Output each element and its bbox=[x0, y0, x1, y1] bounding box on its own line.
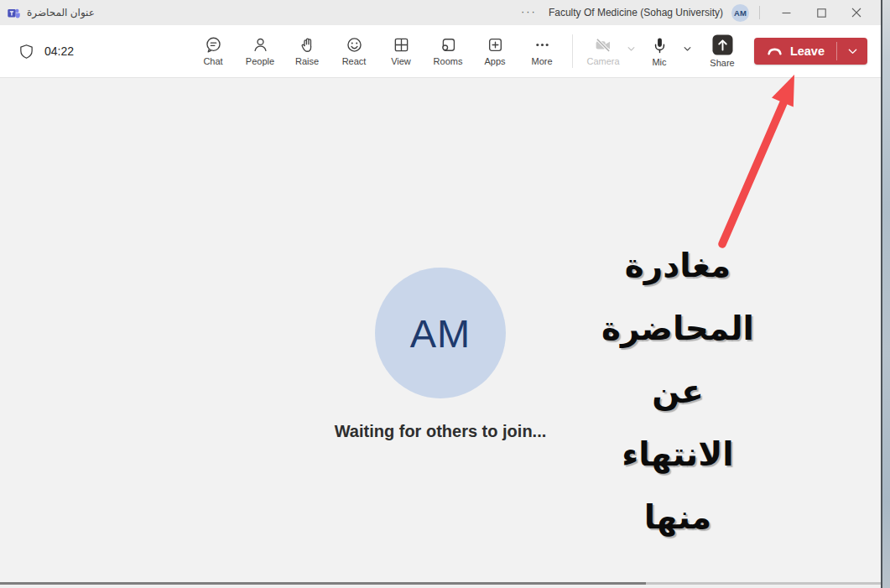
meeting-toolbar: 04:22 Chat People bbox=[0, 25, 881, 78]
participant-avatar: AM bbox=[375, 268, 506, 398]
react-button[interactable]: React bbox=[330, 36, 377, 66]
react-label: React bbox=[342, 56, 367, 66]
titlebar: عنوان المحاضرة ··· Faculty Of Medicine (… bbox=[0, 0, 881, 25]
chat-label: Chat bbox=[203, 56, 222, 66]
annotation-line: المحاضرة bbox=[587, 297, 768, 360]
app-title: عنوان المحاضرة bbox=[27, 7, 95, 18]
close-button[interactable] bbox=[839, 1, 874, 24]
maximize-button[interactable] bbox=[804, 1, 839, 24]
annotation-line: الانتهاء bbox=[587, 423, 768, 486]
apps-plus-icon bbox=[487, 36, 504, 54]
more-button[interactable]: More bbox=[518, 36, 565, 66]
background-window-sliver bbox=[881, 0, 890, 588]
minimize-icon bbox=[782, 8, 791, 18]
mic-icon bbox=[651, 36, 669, 55]
leave-main[interactable]: Leave bbox=[754, 38, 836, 65]
toolbar-divider bbox=[572, 34, 573, 68]
raise-hand-icon bbox=[299, 36, 316, 54]
leave-options-button[interactable] bbox=[837, 38, 867, 65]
camera-group: Camera bbox=[581, 36, 638, 66]
more-label: More bbox=[531, 56, 552, 66]
raise-label: People bbox=[246, 56, 274, 66]
titlebar-right-group: ··· Faculty Of Medicine (Sohag Universit… bbox=[521, 1, 874, 24]
titlebar-divider bbox=[759, 6, 760, 19]
apps-label: Apps bbox=[484, 56, 505, 66]
apps-button[interactable]: Apps bbox=[471, 36, 518, 66]
window-bottom-border bbox=[0, 582, 881, 588]
share-button[interactable]: Share bbox=[699, 34, 746, 68]
annotation-line: عن bbox=[587, 360, 768, 423]
view-label: View bbox=[391, 56, 411, 66]
rooms-icon bbox=[440, 36, 457, 54]
toolbar-left-group: 04:22 bbox=[0, 44, 190, 60]
teams-meeting-window: عنوان المحاضرة ··· Faculty Of Medicine (… bbox=[0, 0, 881, 588]
more-ellipsis-icon bbox=[533, 36, 551, 54]
people-button[interactable]: People bbox=[237, 36, 284, 66]
annotation-line: منها bbox=[587, 486, 768, 549]
titlebar-more-icon[interactable]: ··· bbox=[521, 5, 549, 21]
minimize-button[interactable] bbox=[768, 1, 804, 24]
maximize-icon bbox=[817, 8, 826, 18]
view-grid-icon bbox=[393, 36, 410, 54]
mic-chevron-down-icon[interactable] bbox=[681, 43, 694, 55]
hang-up-icon bbox=[766, 43, 783, 60]
share-screen-icon bbox=[712, 34, 733, 55]
camera-chevron-down-icon[interactable] bbox=[625, 43, 638, 55]
meeting-stage: AM Waiting for others to join... مغادرة … bbox=[0, 78, 881, 582]
annotation-line: مغادرة bbox=[587, 234, 768, 297]
bottom-border-dark-segment bbox=[0, 582, 646, 585]
camera-button[interactable]: Camera bbox=[581, 36, 625, 66]
shield-icon bbox=[18, 44, 34, 60]
teams-logo-icon bbox=[7, 6, 21, 20]
titlebar-app-group: عنوان المحاضرة bbox=[7, 6, 95, 20]
mic-label: Mic bbox=[652, 57, 666, 67]
chat-icon bbox=[205, 36, 222, 54]
camera-off-icon bbox=[594, 36, 612, 54]
share-label: Share bbox=[710, 58, 734, 68]
chat-button[interactable]: Chat bbox=[190, 36, 237, 66]
titlebar-avatar[interactable]: AM bbox=[731, 4, 749, 22]
people-icon bbox=[252, 36, 269, 54]
meeting-title: Faculty Of Medicine (Sohag University) bbox=[549, 7, 723, 18]
raise-label: Raise bbox=[295, 56, 319, 66]
raise-hand-button[interactable]: Raise bbox=[284, 36, 330, 66]
leave-chevron-down-icon bbox=[846, 45, 859, 58]
leave-button[interactable]: Leave bbox=[754, 38, 867, 65]
leave-label: Leave bbox=[790, 44, 825, 58]
rooms-label: Rooms bbox=[434, 56, 463, 66]
close-icon bbox=[851, 8, 861, 18]
camera-label: Camera bbox=[586, 56, 619, 66]
screen: عنوان المحاضرة ··· Faculty Of Medicine (… bbox=[0, 0, 890, 588]
mic-group: Mic bbox=[638, 36, 694, 67]
arabic-annotation: مغادرة المحاضرة عن الانتهاء منها bbox=[587, 234, 768, 549]
react-smiley-icon bbox=[346, 36, 363, 54]
view-button[interactable]: View bbox=[377, 36, 424, 66]
mic-button[interactable]: Mic bbox=[638, 36, 681, 67]
avatar-initials: AM bbox=[410, 310, 471, 356]
rooms-button[interactable]: Rooms bbox=[424, 36, 471, 66]
meeting-timer: 04:22 bbox=[44, 44, 74, 58]
bottom-border-light-segment bbox=[646, 582, 881, 585]
